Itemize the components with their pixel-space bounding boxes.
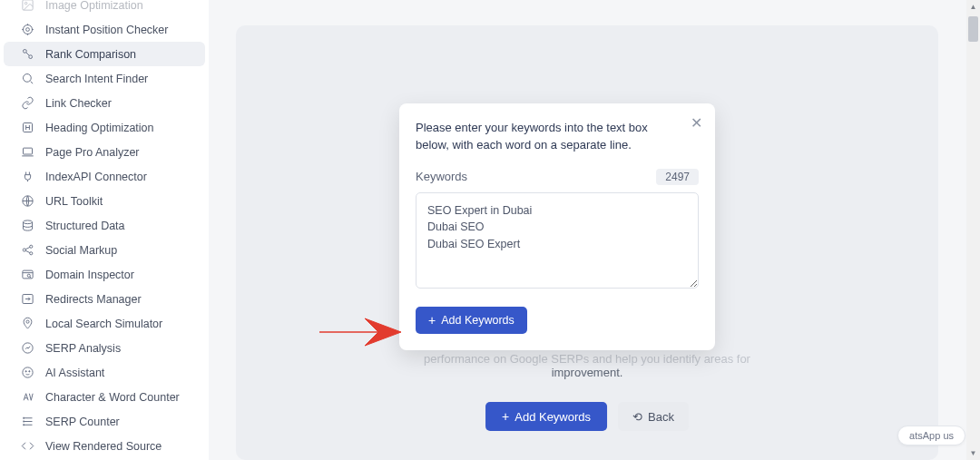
ai-icon [18, 366, 36, 380]
inspect-icon [18, 268, 36, 282]
sidebar-item-label: SERP Counter [45, 416, 120, 428]
sidebar-item-indexapi[interactable]: IndexAPI Connector [4, 164, 205, 189]
sidebar-item-image-optimization[interactable]: Image Optimization [4, 0, 205, 17]
counter-icon [18, 390, 36, 405]
sidebar-item-label: Instant Position Checker [45, 24, 169, 36]
database-icon [18, 219, 36, 233]
back-label: Back [648, 410, 674, 424]
svg-point-2 [23, 25, 32, 34]
sidebar-item-label: URL Toolkit [45, 195, 103, 208]
search-icon [18, 72, 36, 86]
sidebar-item-label: Search Intent Finder [45, 73, 148, 85]
add-keywords-button-main[interactable]: + Add Keywords [485, 402, 607, 431]
svg-point-20 [25, 371, 26, 372]
plus-icon: + [502, 409, 509, 424]
sidebar-item-rank-comparison[interactable]: Rank Comparison [4, 42, 205, 66]
plug-icon [18, 170, 36, 184]
sidebar-item-domain-inspector[interactable]: Domain Inspector [4, 262, 205, 287]
svg-point-15 [27, 274, 30, 277]
image-icon [18, 0, 36, 13]
sidebar-item-label: AI Assistant [45, 367, 104, 379]
compare-icon [18, 47, 36, 62]
scrollbar-thumb[interactable] [968, 16, 978, 42]
sidebar-item-serp-counter[interactable]: SERP Counter [4, 409, 205, 434]
sidebar-item-url-toolkit[interactable]: URL Toolkit [4, 189, 205, 213]
keywords-modal: ✕ Please enter your keywords into the te… [399, 103, 715, 350]
sidebar-item-social-markup[interactable]: Social Markup [4, 238, 205, 262]
sidebar: Image Optimization Instant Position Chec… [0, 0, 209, 460]
svg-point-21 [28, 371, 29, 372]
sidebar-item-label: SERP Analysis [45, 342, 121, 355]
close-icon: ✕ [691, 115, 702, 131]
share-icon [18, 243, 36, 258]
sidebar-item-heading-optimization[interactable]: Heading Optimization [4, 115, 205, 140]
globe-icon [18, 194, 36, 209]
sidebar-item-label: Image Optimization [45, 0, 143, 12]
sidebar-item-label: Character & Word Counter [45, 391, 180, 404]
sidebar-item-label: Link Checker [45, 97, 112, 110]
back-button[interactable]: ⟲ Back [618, 402, 689, 431]
modal-add-keywords-button[interactable]: + Add Keywords [416, 307, 527, 334]
modal-add-label: Add Keywords [441, 314, 514, 327]
modal-close-button[interactable]: ✕ [691, 114, 702, 132]
link-icon [18, 96, 36, 111]
target-icon [18, 23, 36, 37]
svg-point-1 [24, 2, 27, 5]
scroll-up-arrow-icon[interactable]: ▲ [966, 0, 980, 14]
analysis-icon [18, 341, 36, 356]
sidebar-item-structured-data[interactable]: Structured Data [4, 213, 205, 238]
keywords-label: Keywords [416, 170, 467, 183]
svg-point-10 [23, 220, 32, 224]
description-text: performance on Google SERPs and help you… [406, 352, 769, 379]
keywords-count-badge: 2497 [656, 169, 699, 185]
sidebar-item-instant-position[interactable]: Instant Position Checker [4, 17, 205, 42]
sidebar-item-char-counter[interactable]: Character & Word Counter [4, 385, 205, 409]
bottom-button-row: + Add Keywords ⟲ Back [485, 402, 689, 431]
svg-point-3 [25, 28, 29, 32]
modal-instruction-text: Please enter your keywords into the text… [416, 120, 699, 154]
plus-icon: + [428, 313, 436, 328]
sidebar-item-label: Domain Inspector [45, 269, 134, 281]
sidebar-item-label: Heading Optimization [45, 122, 154, 134]
sidebar-item-local-search[interactable]: Local Search Simulator [4, 311, 205, 336]
redirect-icon [18, 292, 36, 307]
sidebar-item-label: IndexAPI Connector [45, 171, 147, 183]
add-keywords-label: Add Keywords [514, 410, 591, 424]
sidebar-item-ai-assistant[interactable]: AI Assistant [4, 360, 205, 385]
list-icon [18, 415, 36, 429]
svg-rect-8 [23, 148, 32, 154]
sidebar-item-serp-analysis[interactable]: SERP Analysis [4, 336, 205, 360]
sidebar-item-rendered-source[interactable]: View Rendered Source [4, 434, 205, 458]
sidebar-item-redirects[interactable]: Redirects Manager [4, 287, 205, 311]
sidebar-item-label: Structured Data [45, 220, 125, 232]
sidebar-item-link-checker[interactable]: Link Checker [4, 91, 205, 115]
code-icon [18, 439, 36, 454]
sidebar-item-search-intent[interactable]: Search Intent Finder [4, 66, 205, 91]
back-arrow-icon: ⟲ [632, 410, 642, 424]
sidebar-item-label: Redirects Manager [45, 293, 142, 306]
sidebar-item-label: Local Search Simulator [45, 318, 162, 330]
scroll-down-arrow-icon[interactable]: ▼ [966, 446, 980, 460]
sidebar-item-page-pro[interactable]: Page Pro Analyzer [4, 140, 205, 164]
laptop-icon [18, 145, 36, 160]
sidebar-item-label: Page Pro Analyzer [45, 146, 140, 159]
svg-point-17 [25, 320, 28, 323]
pin-search-icon [18, 317, 36, 331]
keywords-textarea[interactable] [416, 192, 699, 289]
sidebar-item-label: Social Markup [45, 244, 117, 257]
sidebar-item-label: View Rendered Source [45, 440, 162, 453]
keywords-label-row: Keywords 2497 [416, 169, 699, 185]
sidebar-item-label: Rank Comparison [45, 48, 136, 61]
svg-point-6 [23, 74, 31, 83]
svg-point-19 [22, 367, 32, 377]
whatsapp-badge[interactable]: atsApp us [897, 426, 965, 445]
scrollbar[interactable]: ▲ ▼ [966, 0, 980, 460]
heading-icon [18, 121, 36, 135]
